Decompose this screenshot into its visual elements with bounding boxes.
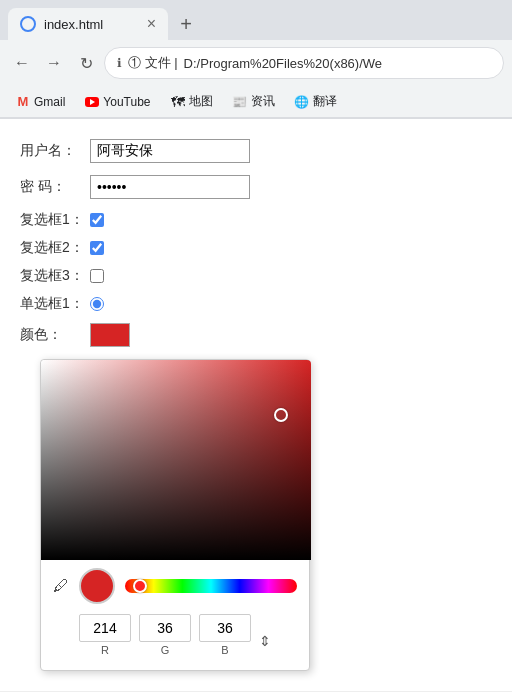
color-picker-container: 🖊 R G <box>30 359 492 671</box>
youtube-favicon <box>85 95 99 109</box>
youtube-play-icon <box>90 99 95 105</box>
tab-favicon <box>20 16 36 32</box>
color-row: 颜色： <box>20 323 492 347</box>
red-input[interactable] <box>79 614 131 642</box>
bookmark-news[interactable]: 📰 资讯 <box>225 91 283 112</box>
radio1-input[interactable] <box>90 297 104 311</box>
back-button[interactable]: ← <box>8 49 36 77</box>
bookmarks-bar: M Gmail YouTube 🗺 地图 📰 资讯 <box>0 86 512 118</box>
forward-arrow-icon: → <box>46 54 62 72</box>
refresh-button[interactable]: ↻ <box>72 49 100 77</box>
checkbox3-row: 复选框3： <box>20 267 492 285</box>
news-icon: 📰 <box>232 95 247 109</box>
gradient-dark-overlay <box>41 360 311 560</box>
page-content: 用户名： 密 码： 复选框1： 复选框2： 复选框3： 单选框1： 颜色： <box>0 119 512 691</box>
color-gradient-area[interactable] <box>41 360 311 560</box>
red-field-group: R <box>79 614 131 656</box>
maps-icon: 🗺 <box>171 94 185 110</box>
tab-bar: index.html × + <box>0 0 512 40</box>
picker-bottom: 🖊 R G <box>41 560 309 660</box>
checkbox2-row: 复选框2： <box>20 239 492 257</box>
bookmark-youtube-label: YouTube <box>103 95 150 109</box>
picker-controls: 🖊 <box>53 568 297 604</box>
checkbox2-input[interactable] <box>90 241 104 255</box>
password-input[interactable] <box>90 175 250 199</box>
maps-favicon: 🗺 <box>171 95 185 109</box>
refresh-icon: ↻ <box>80 54 93 73</box>
radio1-row: 单选框1： <box>20 295 492 313</box>
checkbox3-input[interactable] <box>90 269 104 283</box>
forward-button[interactable]: → <box>40 49 68 77</box>
address-url: D:/Program%20Files%20(x86)/We <box>184 56 382 71</box>
blue-label: B <box>221 644 228 656</box>
address-prefix: ① 文件 | <box>128 54 178 72</box>
username-input[interactable] <box>90 139 250 163</box>
bookmark-news-label: 资讯 <box>251 93 275 110</box>
translate-favicon: 🌐 <box>295 95 309 109</box>
blue-field-group: B <box>199 614 251 656</box>
bookmark-youtube[interactable]: YouTube <box>77 93 158 111</box>
gmail-icon: M <box>18 94 29 109</box>
browser-chrome: index.html × + ← → ↻ ℹ ① 文件 | D:/Program… <box>0 0 512 119</box>
checkbox1-input[interactable] <box>90 213 104 227</box>
color-preview-circle <box>79 568 115 604</box>
radio1-label: 单选框1： <box>20 295 90 313</box>
gmail-favicon: M <box>16 95 30 109</box>
checkbox2-label: 复选框2： <box>20 239 90 257</box>
green-field-group: G <box>139 614 191 656</box>
eyedropper-button[interactable]: 🖊 <box>53 577 69 595</box>
password-row: 密 码： <box>20 175 492 199</box>
color-label: 颜色： <box>20 326 90 344</box>
translate-icon: 🌐 <box>294 95 309 109</box>
bookmark-maps[interactable]: 🗺 地图 <box>163 91 221 112</box>
color-picker-popup: 🖊 R G <box>40 359 310 671</box>
bookmark-gmail-label: Gmail <box>34 95 65 109</box>
youtube-icon <box>85 97 99 107</box>
password-label: 密 码： <box>20 178 90 196</box>
bookmark-translate-label: 翻译 <box>313 93 337 110</box>
red-label: R <box>101 644 109 656</box>
tab-title: index.html <box>44 17 103 32</box>
green-label: G <box>161 644 170 656</box>
username-row: 用户名： <box>20 139 492 163</box>
rgb-inputs: R G B ⇕ <box>53 614 297 656</box>
checkbox1-label: 复选框1： <box>20 211 90 229</box>
checkbox3-label: 复选框3： <box>20 267 90 285</box>
bookmark-gmail[interactable]: M Gmail <box>8 93 73 111</box>
color-cursor[interactable] <box>274 408 288 422</box>
blue-input[interactable] <box>199 614 251 642</box>
back-arrow-icon: ← <box>14 54 30 72</box>
new-tab-button[interactable]: + <box>172 10 200 38</box>
hue-slider[interactable] <box>125 579 297 593</box>
news-favicon: 📰 <box>233 95 247 109</box>
tab-close-button[interactable]: × <box>147 16 156 32</box>
nav-bar: ← → ↻ ℹ ① 文件 | D:/Program%20Files%20(x86… <box>0 40 512 86</box>
active-tab[interactable]: index.html × <box>8 8 168 40</box>
username-label: 用户名： <box>20 142 90 160</box>
bookmark-maps-label: 地图 <box>189 93 213 110</box>
address-bar[interactable]: ℹ ① 文件 | D:/Program%20Files%20(x86)/We <box>104 47 504 79</box>
hue-thumb <box>133 579 147 593</box>
checkbox1-row: 复选框1： <box>20 211 492 229</box>
address-lock-icon: ℹ <box>117 56 122 70</box>
rgb-arrows-button[interactable]: ⇕ <box>259 621 271 649</box>
color-swatch[interactable] <box>90 323 130 347</box>
green-input[interactable] <box>139 614 191 642</box>
bookmark-translate[interactable]: 🌐 翻译 <box>287 91 345 112</box>
